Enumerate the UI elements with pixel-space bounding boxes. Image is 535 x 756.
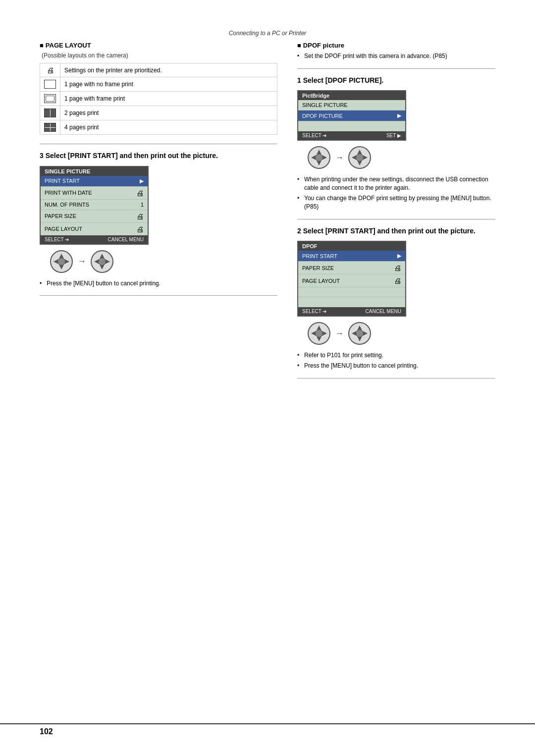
divider <box>40 144 277 144</box>
page-number-bar: 102 <box>0 723 535 736</box>
step1-heading: 1 Select [DPOF PICTURE]. <box>297 76 495 86</box>
footer-select-s1: SELECT ➔ <box>302 133 327 138</box>
dpof-bullets: Set the DPOF print with this camera in a… <box>297 52 495 60</box>
page: Connecting to a PC or Printer PAGE LAYOU… <box>0 0 535 756</box>
lcd-label: PAGE LAYOUT <box>302 278 340 284</box>
arrow-right-icon-s1: → <box>335 153 344 163</box>
footer-select-s2: SELECT ➔ <box>302 309 327 314</box>
lcd-screen-step1: PictBridge SINGLE PICTURE DPOF PICTURE ▶ <box>297 90 406 141</box>
lcd-arrow: ▶ <box>397 112 401 119</box>
dpof-info-section: DPOF picture Set the DPOF print with thi… <box>297 42 495 60</box>
nav-arrows-step3: → <box>50 250 277 273</box>
lcd-footer-step2: SELECT ➔ CANCEL MENU <box>298 307 405 316</box>
lcd-label: PAPER SIZE <box>302 265 334 271</box>
table-row: 1 page with frame print <box>40 92 277 106</box>
dpad-step2-left <box>307 322 331 345</box>
arrow-right-icon-s2: → <box>335 328 344 339</box>
layout-text: 4 pages print <box>60 120 277 135</box>
footer-select: SELECT ➔ <box>45 237 69 242</box>
lcd-label: PRINT START <box>45 178 80 184</box>
dpad-step1-left <box>307 146 331 169</box>
lcd-row-printstart2: PRINT START ▶ <box>298 251 405 262</box>
lcd-label: DPOF PICTURE <box>302 113 343 119</box>
step1-bullets: When printing under the new settings, di… <box>297 175 495 211</box>
layout-text: 1 page with no frame print <box>60 77 277 92</box>
bullet-item: Press the [MENU] button to cancel printi… <box>297 362 495 370</box>
table-row: 🖨 Settings on the printer are prioritize… <box>40 63 277 77</box>
layout-text: 2 pages print <box>60 106 277 120</box>
bullet-item: You can change the DPOF print setting by… <box>297 194 495 211</box>
lcd-row-empty2b <box>298 297 405 307</box>
table-row: 2 pages print <box>40 106 277 120</box>
table-row: 1 page with no frame print <box>40 77 277 92</box>
print-icon: 🖨 <box>394 264 401 272</box>
lcd-row-dpofpicture: DPOF PICTURE ▶ <box>298 110 405 121</box>
lcd-screen-step3: SINGLE PICTURE PRINT START ▶ PRINT WITH … <box>40 166 149 245</box>
lcd-row-printwithdate: PRINT WITH DATE 🖨 <box>41 187 148 200</box>
dpad-step1-right <box>348 146 372 169</box>
lcd-row-papersize2: PAPER SIZE 🖨 <box>298 262 405 274</box>
page-layout-title: PAGE LAYOUT <box>40 42 277 49</box>
page-number: 102 <box>40 727 53 736</box>
lcd-row-papersize: PAPER SIZE 🖨 <box>41 210 148 223</box>
lcd-header: SINGLE PICTURE <box>41 167 148 176</box>
lcd-footer-step1: SELECT ➔ SET ▶ <box>298 131 405 140</box>
dpof-title: DPOF picture <box>297 42 495 49</box>
footer-cancel-s2: CANCEL MENU <box>366 309 401 314</box>
divider-right-mid <box>297 219 495 219</box>
lcd-arrow: ▶ <box>397 253 401 259</box>
1frame-icon <box>44 94 56 103</box>
lcd-row-numprints: NUM. OF PRINTS 1 <box>41 200 148 210</box>
print-icon: 🖨 <box>394 276 401 285</box>
icon-cell <box>40 92 60 106</box>
lcd-body: PRINT START ▶ PRINT WITH DATE 🖨 NUM. OF … <box>41 176 148 235</box>
2pages-icon <box>44 108 56 117</box>
table-row: 4 pages print <box>40 120 277 135</box>
lcd-label: PAGE LAYOUT <box>45 226 82 232</box>
lcd-row-pagelayout2: PAGE LAYOUT 🖨 <box>298 274 405 287</box>
lcd-row-empty1 <box>298 121 405 131</box>
step2-heading: 2 Select [PRINT START] and then print ou… <box>297 226 495 236</box>
step2-section: 2 Select [PRINT START] and then print ou… <box>297 226 495 370</box>
svg-point-29 <box>316 330 322 337</box>
printer-icon: 🖨 <box>47 66 54 74</box>
lcd-screen-step2: DPOF PRINT START ▶ PAPER SIZE 🖨 PAGE LAY… <box>297 241 406 317</box>
icon-cell <box>40 77 60 92</box>
lcd-value: 1 <box>141 202 144 208</box>
print-icon: 🖨 <box>136 189 144 197</box>
icon-cell <box>40 106 60 120</box>
icon-cell: 🖨 <box>40 63 60 77</box>
top-caption: Connecting to a PC or Printer <box>40 30 495 37</box>
lcd-header-step1: PictBridge <box>298 91 405 100</box>
lcd-label: PRINT WITH DATE <box>45 190 92 196</box>
dpad-step2-right <box>348 322 372 345</box>
lcd-row-empty2a <box>298 287 405 297</box>
lcd-label: PAPER SIZE <box>45 213 76 219</box>
dpad-left <box>50 250 73 273</box>
lcd-header-step2: DPOF <box>298 242 405 251</box>
left-column: PAGE LAYOUT (Possible layouts on the cam… <box>40 42 277 385</box>
1noframe-icon <box>44 80 56 89</box>
print-icon: 🖨 <box>136 212 144 220</box>
step1-section: 1 Select [DPOF PICTURE]. PictBridge SING… <box>297 76 495 211</box>
lcd-label: PRINT START <box>302 253 337 259</box>
footer-set-s1: SET ▶ <box>386 133 401 138</box>
nav-arrows-step2: → <box>307 322 495 345</box>
svg-point-35 <box>356 330 363 337</box>
4pages-icon <box>44 123 56 132</box>
svg-point-11 <box>99 258 106 265</box>
divider-right-top <box>297 68 495 69</box>
divider-bottom-left <box>40 295 277 296</box>
layout-text: Settings on the printer are prioritized. <box>60 63 277 77</box>
bullet-item: When printing under the new settings, di… <box>297 175 495 192</box>
lcd-arrow: ▶ <box>140 178 144 184</box>
arrow-right-icon: → <box>77 256 86 267</box>
lcd-label: SINGLE PICTURE <box>302 102 348 108</box>
lcd-row-printstart: PRINT START ▶ <box>41 176 148 187</box>
bullet-item: Refer to P101 for print setting. <box>297 351 495 360</box>
right-column: DPOF picture Set the DPOF print with thi… <box>297 42 495 385</box>
print-icon: 🖨 <box>136 225 144 233</box>
dpof-bullet: Set the DPOF print with this camera in a… <box>297 52 495 60</box>
footer-cancel: CANCEL MENU <box>108 237 144 242</box>
layout-text: 1 page with frame print <box>60 92 277 106</box>
